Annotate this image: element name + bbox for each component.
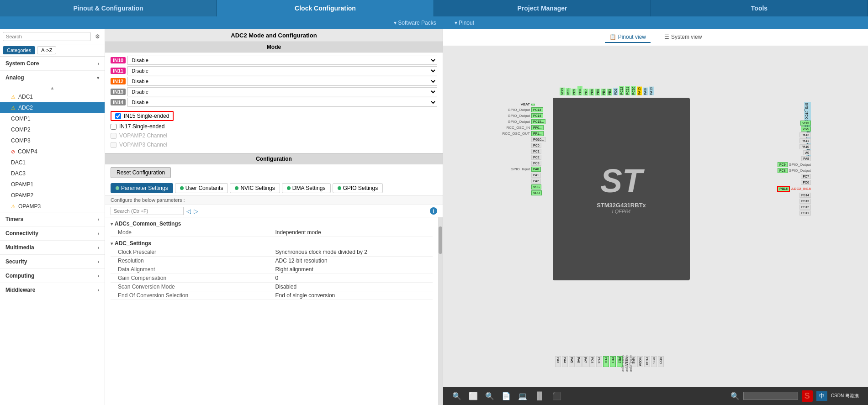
- system-view-label: System view: [671, 34, 702, 40]
- tab-project-manager[interactable]: Project Manager: [434, 0, 651, 16]
- param-value-clock-prescaler: Synchronous clock mode divided by 2: [275, 249, 433, 255]
- toolbar-zoom-out-icon[interactable]: 🔍: [485, 392, 494, 400]
- checkbox-in17[interactable]: [111, 124, 116, 130]
- label-in15: IN15 Single-ended: [124, 113, 169, 119]
- toolbar-doc-icon[interactable]: 📄: [502, 392, 511, 400]
- bottom-pins: PA3 PA4 PA5 PA6 PA7 PC4 PC5 PB0 PB1 PB2 …: [555, 356, 664, 367]
- sidebar-group-label-system-core: System Core: [5, 60, 39, 67]
- tab-pinout-view[interactable]: 📋 Pinout view: [605, 32, 651, 43]
- config-section-label: Configuration: [105, 153, 443, 164]
- sidebar-item-comp2[interactable]: COMP2: [0, 124, 105, 135]
- tab-nvic-settings[interactable]: NVIC Settings: [230, 183, 280, 193]
- tab-tools[interactable]: Tools: [651, 0, 868, 16]
- sidebar-item-adc2[interactable]: ⚠ ADC2: [0, 102, 105, 113]
- sidebar-item-comp4[interactable]: ⊘ COMP4: [0, 146, 105, 157]
- sidebar-item-label-comp1: COMP1: [11, 116, 31, 122]
- tab-parameter-settings[interactable]: Parameter Settings: [111, 183, 173, 193]
- sidebar-item-label-dac1: DAC1: [11, 159, 26, 166]
- chip-name: STM32G431RBTx: [597, 202, 646, 209]
- pin-row-pc8-gpio: PC8 GPIO_Output: [778, 168, 811, 173]
- pin-box-pb12: PB12: [799, 205, 811, 210]
- sidebar-group-arrow-security: ›: [98, 259, 99, 264]
- pin-box-pc2: PC2: [531, 155, 541, 160]
- sidebar-item-label-opamp2: OPAMP2: [11, 192, 33, 199]
- toolbar-search-input[interactable]: [743, 392, 798, 400]
- sidebar-item-dac1[interactable]: DAC1: [0, 157, 105, 168]
- gear-icon[interactable]: ⚙: [93, 32, 102, 41]
- sidebar-item-opamp2[interactable]: OPAMP2: [0, 190, 105, 201]
- checkbox-vopamp3[interactable]: [111, 142, 116, 148]
- sidebar-group-header-analog[interactable]: Analog ▾: [0, 71, 105, 84]
- tab-az[interactable]: A->Z: [37, 46, 56, 54]
- sub-nav-pinout[interactable]: ▾ Pinout: [455, 20, 474, 26]
- param-search-input[interactable]: [111, 207, 184, 215]
- sidebar-group-header-computing[interactable]: Computing ›: [0, 269, 105, 283]
- tab-clock-config[interactable]: Clock Configuration: [217, 0, 434, 16]
- sidebar-group-header-system-core[interactable]: System Core ›: [0, 57, 105, 70]
- param-list: ▾ ADCs_Common_Settings Mode Independent …: [105, 217, 438, 405]
- sidebar-item-comp3[interactable]: COMP3: [0, 135, 105, 146]
- pin-pc10: PC10: [631, 86, 636, 95]
- param-name-mode: Mode: [118, 229, 275, 236]
- info-icon[interactable]: i: [430, 207, 437, 215]
- toolbar-zoom-in-icon[interactable]: 🔍: [452, 392, 461, 400]
- checkbox-row-vopamp2: VOPAMP2 Channel: [111, 131, 437, 140]
- config-tabs: Parameter Settings User Constants NVIC S…: [105, 181, 443, 195]
- tab-user-constants[interactable]: User Constants: [175, 183, 228, 193]
- sidebar-group-analog: Analog ▾ ▲ ⚠ ADC1 ⚠ ADC2 COMP1 COMP2: [0, 71, 105, 212]
- pin-row-pb15-adc2: PB15 ADC2_IN15: [777, 186, 811, 192]
- sidebar-item-opamp3[interactable]: ⚠ OPAMP3: [0, 201, 105, 212]
- toolbar-block-icon[interactable]: ⬛: [552, 392, 561, 400]
- toolbar-device-icon[interactable]: 💻: [518, 392, 527, 400]
- pin-row-pc3: PC3: [500, 161, 546, 166]
- sidebar-item-dac3[interactable]: DAC3: [0, 168, 105, 179]
- param-group-header-adc-settings[interactable]: ▾ ADC_Settings: [111, 239, 433, 248]
- param-scrollbar[interactable]: [438, 217, 443, 405]
- category-tabs: Categories A->Z: [0, 44, 105, 57]
- param-search-next-icon[interactable]: ▷: [194, 208, 198, 215]
- select-in10[interactable]: Disable: [127, 56, 437, 65]
- pin-pa15: PA15: [637, 87, 642, 95]
- search-input[interactable]: [3, 32, 91, 41]
- sidebar-group-header-timers[interactable]: Timers ›: [0, 212, 105, 226]
- toolbar-frame-icon[interactable]: ⬜: [469, 392, 478, 400]
- sidebar-group-header-security[interactable]: Security ›: [0, 255, 105, 268]
- tab-label-gpio: GPIO Settings: [343, 185, 378, 191]
- pin-pb9: PB9: [572, 89, 577, 95]
- param-search-prev-icon[interactable]: ◁: [186, 208, 191, 215]
- sidebar-group-header-connectivity[interactable]: Connectivity ›: [0, 226, 105, 240]
- sidebar-item-opamp1[interactable]: OPAMP1: [0, 179, 105, 190]
- tab-dma-settings[interactable]: DMA Settings: [282, 183, 331, 193]
- tab-system-view[interactable]: ☰ System view: [660, 32, 706, 43]
- select-in13[interactable]: Disable: [127, 87, 437, 96]
- tab-pinout-config[interactable]: Pinout & Configuration: [0, 0, 217, 16]
- param-group-header-adcs[interactable]: ▾ ADCs_Common_Settings: [111, 219, 433, 228]
- tab-categories[interactable]: Categories: [3, 46, 35, 54]
- toolbar-split-icon[interactable]: ▐▌: [535, 392, 545, 400]
- tab-gpio-settings[interactable]: GPIO Settings: [333, 183, 383, 193]
- sidebar-item-comp1[interactable]: COMP1: [0, 113, 105, 124]
- pin-box-pc14: PC14: [531, 113, 543, 118]
- checkbox-in15[interactable]: [115, 113, 121, 119]
- mode-row-in13: IN13 Disable: [111, 87, 437, 96]
- pin-label-gpio-input: GPIO_Input: [500, 167, 530, 171]
- analog-scroll-up[interactable]: ▲: [0, 84, 105, 91]
- checkbox-vopamp2[interactable]: [111, 133, 116, 139]
- warning-icon-opamp3: ⚠: [11, 204, 16, 210]
- pin-pa3-bottom: PA3: [555, 356, 561, 367]
- chip-package: LQFP64: [612, 209, 631, 214]
- select-in14[interactable]: Disable: [127, 98, 437, 107]
- toolbar-search-right-icon[interactable]: 🔍: [730, 392, 740, 400]
- sidebar-group-header-multimedia[interactable]: Multimedia ›: [0, 241, 105, 254]
- sidebar-group-header-middleware[interactable]: Middleware ›: [0, 283, 105, 297]
- sub-nav-software-packs[interactable]: ▾ Software Packs: [394, 20, 436, 26]
- sidebar-item-adc1[interactable]: ⚠ ADC1: [0, 91, 105, 102]
- select-in12[interactable]: Disable: [127, 77, 437, 86]
- select-in11[interactable]: Disable: [127, 66, 437, 75]
- pin-box-pc7: PC7: [801, 174, 811, 179]
- expand-icon-adcs: ▾: [111, 221, 113, 226]
- reset-config-button[interactable]: Reset Configuration: [111, 167, 171, 178]
- sidebar-group-arrow-system-core: ›: [98, 61, 99, 66]
- sidebar-group-system-core: System Core ›: [0, 57, 105, 71]
- sidebar-group-arrow-computing: ›: [98, 274, 99, 279]
